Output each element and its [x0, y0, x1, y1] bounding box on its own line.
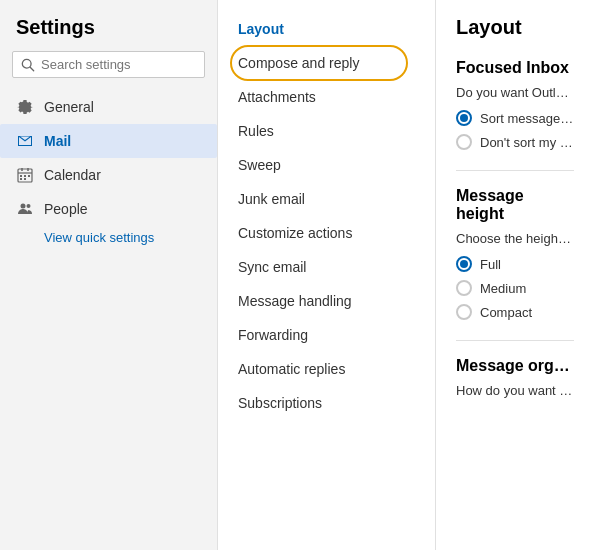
- radio-compact-label: Compact: [480, 305, 532, 320]
- middle-item-junk-email[interactable]: Junk email: [218, 182, 435, 216]
- middle-item-sync-email[interactable]: Sync email: [218, 250, 435, 284]
- middle-item-message-handling[interactable]: Message handling: [218, 284, 435, 318]
- middle-panel: Layout Compose and reply Attachments Rul…: [218, 0, 436, 550]
- view-quick-settings-link[interactable]: View quick settings: [0, 226, 217, 249]
- radio-no-sort[interactable]: Don't sort my messa: [456, 134, 574, 150]
- focused-inbox-title: Focused Inbox: [456, 59, 574, 77]
- svg-point-11: [21, 204, 26, 209]
- svg-rect-9: [20, 178, 22, 180]
- divider-1: [456, 170, 574, 171]
- search-box[interactable]: [12, 51, 205, 78]
- message-height-subtitle: Choose the height of eac: [456, 231, 574, 246]
- middle-item-subscriptions[interactable]: Subscriptions: [218, 386, 435, 420]
- middle-item-layout[interactable]: Layout: [218, 12, 435, 46]
- radio-sort-circle: [456, 110, 472, 126]
- middle-item-sweep[interactable]: Sweep: [218, 148, 435, 182]
- sync-email-label: Sync email: [238, 259, 306, 275]
- message-height-title: Message height: [456, 187, 574, 223]
- message-org-title: Message organizatio: [456, 357, 574, 375]
- right-panel: Layout Focused Inbox Do you want Outlook…: [436, 0, 594, 550]
- junk-email-label: Junk email: [238, 191, 305, 207]
- radio-medium-circle: [456, 280, 472, 296]
- radio-sort-label: Sort messages into F: [480, 111, 574, 126]
- sidebar-item-people[interactable]: People: [0, 192, 217, 226]
- compose-reply-label: Compose and reply: [238, 55, 359, 71]
- sidebar-item-mail[interactable]: Mail: [0, 124, 217, 158]
- subscriptions-label: Subscriptions: [238, 395, 322, 411]
- sidebar-item-calendar-label: Calendar: [44, 167, 101, 183]
- svg-rect-6: [20, 175, 22, 177]
- customize-actions-label: Customize actions: [238, 225, 352, 241]
- middle-item-automatic-replies[interactable]: Automatic replies: [218, 352, 435, 386]
- middle-item-customize-actions[interactable]: Customize actions: [218, 216, 435, 250]
- svg-line-1: [30, 67, 34, 71]
- sidebar-item-general[interactable]: General: [0, 90, 217, 124]
- focused-inbox-options: Sort messages into F Don't sort my messa: [456, 110, 574, 150]
- rules-label: Rules: [238, 123, 274, 139]
- svg-point-12: [27, 204, 31, 208]
- gear-icon: [16, 98, 34, 116]
- search-input[interactable]: [41, 57, 196, 72]
- attachments-label: Attachments: [238, 89, 316, 105]
- sidebar-item-people-label: People: [44, 201, 88, 217]
- layout-label: Layout: [238, 21, 284, 37]
- forwarding-label: Forwarding: [238, 327, 308, 343]
- radio-full-label: Full: [480, 257, 501, 272]
- people-icon: [16, 200, 34, 218]
- middle-item-forwarding[interactable]: Forwarding: [218, 318, 435, 352]
- radio-compact-circle: [456, 304, 472, 320]
- radio-full[interactable]: Full: [456, 256, 574, 272]
- sidebar-item-mail-label: Mail: [44, 133, 71, 149]
- radio-sort-messages[interactable]: Sort messages into F: [456, 110, 574, 126]
- radio-medium[interactable]: Medium: [456, 280, 574, 296]
- radio-compact[interactable]: Compact: [456, 304, 574, 320]
- svg-rect-8: [28, 175, 30, 177]
- right-panel-title: Layout: [456, 16, 574, 39]
- sidebar: Settings General Mail: [0, 0, 218, 550]
- sidebar-item-general-label: General: [44, 99, 94, 115]
- calendar-icon: [16, 166, 34, 184]
- svg-rect-10: [24, 178, 26, 180]
- message-org-subtitle: How do you want your m: [456, 383, 574, 398]
- radio-full-circle: [456, 256, 472, 272]
- message-height-options: Full Medium Compact: [456, 256, 574, 320]
- svg-rect-7: [24, 175, 26, 177]
- divider-2: [456, 340, 574, 341]
- radio-no-sort-circle: [456, 134, 472, 150]
- app-title: Settings: [0, 16, 217, 51]
- search-icon: [21, 58, 35, 72]
- sidebar-item-calendar[interactable]: Calendar: [0, 158, 217, 192]
- focused-inbox-subtitle: Do you want Outlook to: [456, 85, 574, 100]
- automatic-replies-label: Automatic replies: [238, 361, 345, 377]
- message-handling-label: Message handling: [238, 293, 352, 309]
- middle-item-attachments[interactable]: Attachments: [218, 80, 435, 114]
- radio-medium-label: Medium: [480, 281, 526, 296]
- sweep-label: Sweep: [238, 157, 281, 173]
- mail-icon: [16, 132, 34, 150]
- radio-no-sort-label: Don't sort my messa: [480, 135, 574, 150]
- middle-item-compose-reply[interactable]: Compose and reply: [218, 46, 435, 80]
- middle-item-rules[interactable]: Rules: [218, 114, 435, 148]
